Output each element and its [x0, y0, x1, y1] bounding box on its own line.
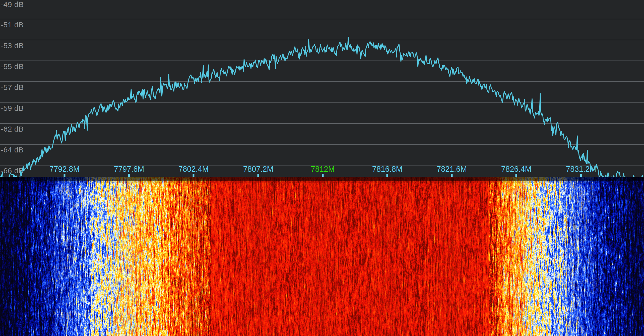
waterfall-display-canvas: [0, 177, 644, 336]
spectrum-trace-canvas: [0, 0, 644, 179]
waterfall-panel[interactable]: [0, 177, 644, 336]
spectrum-panel[interactable]: -49 dB-51 dB-53 dB-55 dB-57 dB-59 dB-62 …: [0, 0, 644, 181]
sdr-app-screen: -49 dB-51 dB-53 dB-55 dB-57 dB-59 dB-62 …: [0, 0, 644, 336]
